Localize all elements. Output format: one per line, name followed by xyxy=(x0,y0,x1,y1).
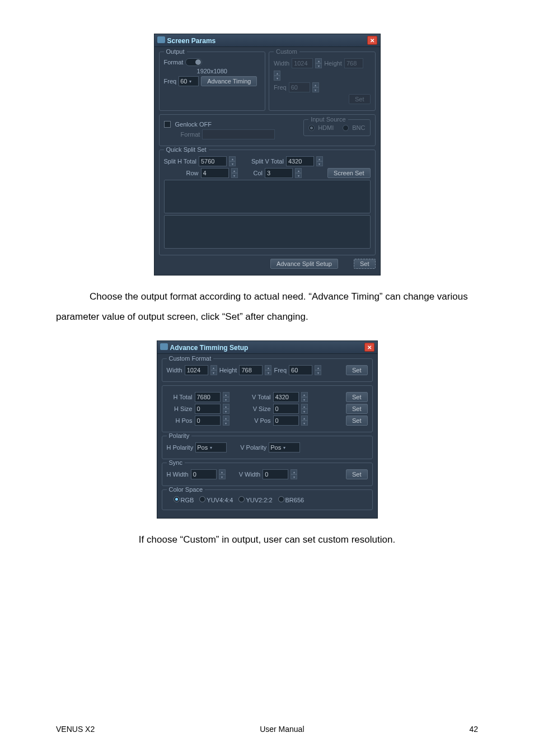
cfreq-input xyxy=(289,82,310,92)
split-h-label: Split H Total xyxy=(164,158,197,165)
vwidth-input[interactable] xyxy=(263,469,288,479)
cf-freq-label: Freq xyxy=(274,367,287,374)
polarity-group: Polarity H Polarity Pos V Polarity Pos xyxy=(162,436,373,459)
hsize-spinner[interactable]: ▴▾ xyxy=(223,404,229,414)
advance-timing-button[interactable]: Advance Timing xyxy=(201,76,257,86)
cf-height-spinner[interactable]: ▴▾ xyxy=(265,365,271,375)
vsize-spinner[interactable]: ▴▾ xyxy=(301,404,308,414)
cfreq-spinner: ▴▾ xyxy=(312,82,319,92)
close-icon[interactable]: ✕ xyxy=(367,36,377,45)
sync-group: Sync H Width ▴▾ V Width ▴▾ Set xyxy=(162,463,373,486)
split-h-spinner[interactable]: ▴▾ xyxy=(229,156,236,166)
custom-format-group: Custom Format Width ▴▾ Height ▴▾ Freq ▴▾… xyxy=(162,358,373,382)
screen-set-button[interactable]: Screen Set xyxy=(327,168,370,178)
hsize-input[interactable] xyxy=(195,404,221,414)
rgb-radio[interactable] xyxy=(174,496,180,502)
footer-right: 42 xyxy=(469,725,478,734)
footer-center: User Manual xyxy=(260,725,304,734)
advance-timing-dialog: Advance Timming Setup ✕ Custom Format Wi… xyxy=(157,340,378,519)
row-input[interactable] xyxy=(201,168,229,178)
hpol-select[interactable]: Pos xyxy=(195,442,227,452)
col-spinner[interactable]: ▴▾ xyxy=(295,168,302,178)
split-h-input[interactable] xyxy=(199,156,227,166)
split-v-input[interactable] xyxy=(286,156,314,166)
col-label: Col xyxy=(254,170,263,176)
quick-split-group: Quick Split Set Split H Total ▴▾ Split V… xyxy=(159,150,376,255)
vpos-input[interactable] xyxy=(273,416,299,426)
vtotal-input[interactable] xyxy=(273,392,299,402)
app-icon xyxy=(157,36,165,43)
vpos-spinner[interactable]: ▴▾ xyxy=(301,416,308,426)
br656-radio[interactable] xyxy=(278,496,284,502)
custom-legend: Custom xyxy=(274,48,299,55)
custom-set-button: Set xyxy=(349,94,371,104)
row-spinner[interactable]: ▴▾ xyxy=(231,168,238,178)
cf-height-label: Height xyxy=(219,367,237,374)
yuv444-label: YUV4:4:4 xyxy=(207,497,233,503)
cf-width-spinner[interactable]: ▴▾ xyxy=(210,365,217,375)
page-footer: VENUS X2 User Manual 42 xyxy=(0,725,534,734)
vpos-label: V Pos xyxy=(245,417,271,424)
cf-set-button[interactable]: Set xyxy=(346,365,368,375)
sync-set-button[interactable]: Set xyxy=(346,469,368,479)
vpol-label: V Polarity xyxy=(240,444,266,451)
vsize-input[interactable] xyxy=(273,404,299,414)
dialog-title: Screen Params xyxy=(167,37,216,45)
format-label: Format xyxy=(164,59,184,66)
hwidth-input[interactable] xyxy=(191,469,217,479)
input-source-legend: Input Source xyxy=(308,116,348,123)
hpos-spinner[interactable]: ▴▾ xyxy=(223,416,229,426)
vtotal-spinner[interactable]: ▴▾ xyxy=(301,392,308,402)
genlock-checkbox[interactable] xyxy=(164,121,171,128)
titlebar-2: Advance Timming Setup ✕ xyxy=(157,341,377,354)
hpol-label: H Polarity xyxy=(167,444,194,451)
hdmi-label: HDMI xyxy=(318,124,334,131)
cf-height-input[interactable] xyxy=(239,365,263,375)
advance-split-button[interactable]: Advance Split Setup xyxy=(270,259,338,269)
width-label: Width xyxy=(274,60,289,67)
set-button[interactable]: Set xyxy=(354,259,376,269)
genlock-group: Genlock OFF Format Input Source HDMI BNC xyxy=(159,114,376,146)
totals-set3-button[interactable]: Set xyxy=(346,416,368,426)
color-space-group: Color Space RGB YUV4:4:4 YUV2:2:2 BR656 xyxy=(162,489,373,510)
vtotal-label: V Total xyxy=(245,394,271,400)
hpos-input[interactable] xyxy=(195,416,221,426)
vwidth-label: V Width xyxy=(239,471,261,478)
cf-freq-spinner[interactable]: ▴▾ xyxy=(315,365,321,375)
col-input[interactable] xyxy=(265,168,293,178)
hwidth-spinner[interactable]: ▴▾ xyxy=(219,469,226,479)
cf-legend: Custom Format xyxy=(167,355,214,362)
genlock-format-label: Format xyxy=(181,131,200,138)
totals-set1-button[interactable]: Set xyxy=(346,392,368,402)
row-label: Row xyxy=(164,170,199,176)
hpos-label: H Pos xyxy=(167,417,193,424)
yuv222-radio[interactable] xyxy=(238,496,245,502)
vpol-select[interactable]: Pos xyxy=(269,442,300,452)
totals-set2-button[interactable]: Set xyxy=(346,404,368,414)
freq-select[interactable]: 60 xyxy=(179,76,199,86)
yuv222-label: YUV2:2:2 xyxy=(246,497,272,503)
cfreq-label: Freq xyxy=(274,84,287,91)
cf-width-input[interactable] xyxy=(185,365,208,375)
genlock-off-label: Genlock OFF xyxy=(175,121,212,128)
totals-group: H Total ▴▾ V Total ▴▾ Set H Size ▴▾ V Si… xyxy=(162,385,373,432)
close-icon-2[interactable]: ✕ xyxy=(364,343,374,352)
footer-left: VENUS X2 xyxy=(56,725,95,734)
dialog-title-2: Advance Timming Setup xyxy=(170,344,249,352)
htotal-input[interactable] xyxy=(195,392,221,402)
cf-freq-input[interactable] xyxy=(289,365,312,375)
height-spinner: ▴▾ xyxy=(274,71,280,81)
vwidth-spinner[interactable]: ▴▾ xyxy=(291,469,297,479)
cf-width-label: Width xyxy=(167,367,182,374)
hdmi-radio xyxy=(308,125,315,131)
yuv444-radio[interactable] xyxy=(199,496,205,502)
output-group: Output Format 1920x1080 Freq 60 Advance … xyxy=(159,52,266,111)
output-legend: Output xyxy=(164,48,187,55)
htotal-spinner[interactable]: ▴▾ xyxy=(223,392,229,402)
format-toggle[interactable] xyxy=(185,58,202,66)
split-v-spinner[interactable]: ▴▾ xyxy=(316,156,323,166)
height-input xyxy=(344,58,363,68)
vsize-label: V Size xyxy=(245,405,271,412)
titlebar: Screen Params ✕ xyxy=(154,34,380,47)
input-source-group: Input Source HDMI BNC xyxy=(303,119,370,136)
